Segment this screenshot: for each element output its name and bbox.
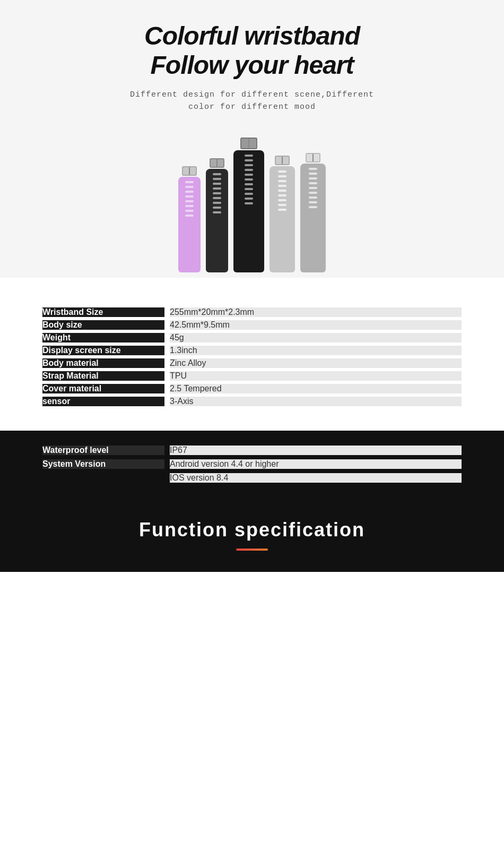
spec-dark-label: System Version [42, 459, 164, 469]
strap-lavender [178, 177, 201, 272]
strap-lightgray [270, 166, 295, 272]
specs-table: Wristband Size 255mm*20mm*2.3mm Body siz… [42, 304, 462, 409]
spec-spacer [164, 307, 170, 317]
spec-label: sensor [42, 397, 164, 406]
spec-spacer [164, 384, 170, 393]
spec-label: Cover material [42, 384, 164, 393]
spec-label: Weight [42, 333, 164, 342]
spec-dark-value: IOS version 8.4 [170, 473, 462, 483]
spec-row: Weight 45g [42, 333, 462, 342]
buckle-lightgray [275, 156, 290, 165]
band-lavender [178, 166, 201, 272]
spec-value: 255mm*20mm*2.3mm [170, 307, 462, 317]
spec-spacer [164, 320, 170, 330]
spec-label: Body size [42, 320, 164, 330]
spec-row: Wristband Size 255mm*20mm*2.3mm [42, 307, 462, 317]
spec-spacer [164, 358, 170, 368]
hero-title: Colorful wristband Follow your heart [11, 21, 493, 80]
buckle-black [210, 158, 224, 168]
spec-label: Display screen size [42, 346, 164, 355]
spec-row: Display screen size 1.3inch [42, 346, 462, 355]
hero-subtitle: Different design for different scene,Dif… [11, 89, 493, 113]
spec-spacer [164, 397, 170, 406]
specs-dark-section: Waterproof level IP67 System Version And… [0, 431, 504, 503]
strap-black-lg [233, 150, 264, 272]
buckle-black-lg [240, 138, 257, 149]
function-title: Function specification [11, 519, 493, 541]
spec-value: 1.3inch [170, 346, 462, 355]
spec-spacer [164, 371, 170, 381]
band-black-sm [206, 158, 228, 272]
spec-dark-value: Android version 4.4 or higher [170, 459, 462, 469]
spec-row: Cover material 2.5 Tempered [42, 384, 462, 393]
spec-dark-value: IP67 [170, 446, 462, 455]
wristbands-scene [11, 129, 493, 278]
spec-dark-label-empty [42, 473, 164, 483]
strap-gray [300, 164, 326, 272]
spec-row: sensor 3-Axis [42, 397, 462, 406]
buckle-gray [306, 153, 320, 162]
spec-label: Strap Material [42, 371, 164, 381]
spec-dark-row: Waterproof level IP67 [42, 446, 462, 455]
spec-value: 45g [170, 333, 462, 342]
strap-black-sm [206, 169, 228, 272]
spec-row: Body material Zinc Alloy [42, 358, 462, 368]
spec-spacer [164, 333, 170, 342]
spec-dark-label: Waterproof level [42, 446, 164, 455]
spec-dark-row: System Version Android version 4.4 or hi… [42, 459, 462, 469]
spec-dark-row: IOS version 8.4 [42, 473, 462, 483]
specs-section: Wristband Size 255mm*20mm*2.3mm Body siz… [0, 278, 504, 431]
band-gray [300, 153, 326, 272]
spec-value: 3-Axis [170, 397, 462, 406]
spec-dark-spacer [164, 446, 170, 455]
band-black-lg [233, 138, 264, 272]
spec-label: Wristband Size [42, 307, 164, 317]
function-underline-decoration [236, 549, 268, 551]
spec-value: 42.5mm*9.5mm [170, 320, 462, 330]
spec-value: TPU [170, 371, 462, 381]
spec-row: Strap Material TPU [42, 371, 462, 381]
band-lightgray [270, 156, 295, 272]
specs-dark-table: Waterproof level IP67 System Version And… [42, 441, 462, 487]
function-section: Function specification [0, 503, 504, 572]
spec-label: Body material [42, 358, 164, 368]
hero-section: Colorful wristband Follow your heart Dif… [0, 0, 504, 278]
spec-spacer [164, 346, 170, 355]
spec-row: Body size 42.5mm*9.5mm [42, 320, 462, 330]
spec-value: Zinc Alloy [170, 358, 462, 368]
spec-dark-spacer [164, 459, 170, 469]
buckle-lavender [182, 166, 197, 176]
spec-dark-spacer [164, 473, 170, 483]
spec-value: 2.5 Tempered [170, 384, 462, 393]
